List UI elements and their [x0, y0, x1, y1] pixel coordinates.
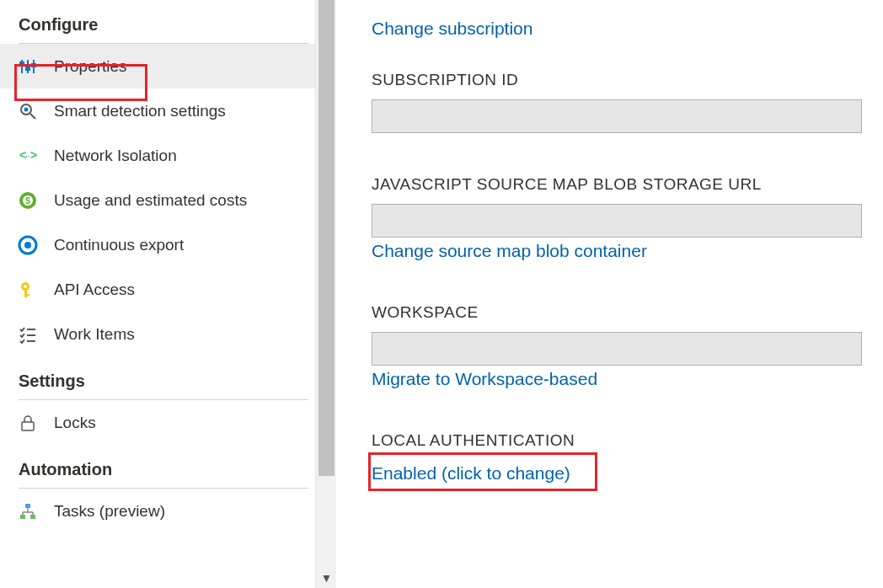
dollar-circle-icon: $: [17, 190, 39, 211]
sidebar-item-api-access[interactable]: API Access: [0, 267, 315, 312]
svg-rect-5: [32, 64, 35, 67]
sidebar-item-locks[interactable]: Locks: [0, 400, 315, 445]
svg-text:>: >: [30, 148, 37, 162]
change-subscription-link[interactable]: Change subscription: [372, 15, 883, 39]
sidebar-item-label: Network Isolation: [54, 147, 177, 165]
field-local-auth: Local Authentication Enabled (click to c…: [372, 431, 883, 484]
sidebar-item-label: Work Items: [54, 325, 135, 344]
main-content: Change subscription Subscription ID Java…: [336, 0, 883, 588]
sidebar-item-label: Smart detection settings: [54, 102, 226, 120]
network-icon: <··>: [17, 145, 39, 167]
sidebar-item-label: Properties: [54, 57, 127, 76]
sidebar-item-smart-detection[interactable]: Smart detection settings: [0, 88, 315, 133]
lock-icon: [17, 412, 39, 434]
scrollbar-thumb[interactable]: [318, 0, 334, 476]
migrate-workspace-link[interactable]: Migrate to Workspace-based: [372, 366, 597, 389]
subscription-id-input[interactable]: [372, 99, 862, 133]
sidebar-item-tasks[interactable]: Tasks (preview): [0, 489, 315, 533]
magnifier-gear-icon: [17, 100, 39, 122]
svg-rect-19: [24, 290, 27, 297]
local-auth-link[interactable]: Enabled (click to change): [372, 460, 570, 484]
sidebar-item-label: Locks: [54, 414, 96, 432]
section-header-settings: Settings: [0, 356, 315, 399]
key-icon: [17, 279, 39, 301]
svg-rect-26: [20, 515, 25, 519]
svg-text:··: ··: [25, 152, 30, 161]
sidebar-item-label: Usage and estimated costs: [54, 191, 247, 210]
export-circle-icon: [17, 234, 39, 256]
svg-point-8: [24, 107, 29, 111]
section-header-automation: Automation: [0, 445, 315, 488]
svg-rect-3: [20, 62, 24, 65]
workspace-label: Workspace: [372, 303, 883, 322]
workspace-input[interactable]: [372, 332, 862, 366]
field-workspace: Workspace Migrate to Workspace-based: [372, 303, 883, 389]
sidebar-item-continuous-export[interactable]: Continuous export: [0, 222, 315, 267]
field-subscription-id: Subscription ID: [372, 71, 883, 133]
sidebar-item-properties[interactable]: Properties: [0, 44, 315, 88]
svg-line-7: [30, 114, 35, 119]
sidebar: Configure Properties Smart detection set…: [0, 0, 336, 588]
change-sourcemap-link[interactable]: Change source map blob container: [372, 238, 647, 261]
js-sourcemap-input[interactable]: [372, 204, 862, 238]
local-auth-label: Local Authentication: [372, 431, 883, 450]
svg-point-16: [24, 242, 31, 249]
sidebar-scrollbar[interactable]: ▼: [315, 0, 336, 588]
sidebar-item-work-items[interactable]: Work Items: [0, 312, 315, 356]
svg-rect-4: [26, 67, 29, 70]
sidebar-inner: Configure Properties Smart detection set…: [0, 0, 315, 533]
sidebar-item-network-isolation[interactable]: <··> Network Isolation: [0, 133, 315, 178]
svg-text:$: $: [25, 196, 30, 206]
js-sourcemap-label: JavaScript Source Map Blob Storage URL: [372, 175, 883, 194]
field-js-sourcemap: JavaScript Source Map Blob Storage URL C…: [372, 175, 883, 261]
svg-point-18: [24, 285, 27, 288]
svg-rect-27: [30, 515, 35, 519]
section-header-configure: Configure: [0, 0, 315, 43]
sliders-icon: [17, 56, 39, 78]
svg-rect-20: [24, 294, 29, 296]
sidebar-item-label: Continuous export: [54, 236, 184, 254]
sidebar-item-label: Tasks (preview): [54, 502, 165, 521]
scrollbar-down-arrow[interactable]: ▼: [316, 568, 336, 588]
checklist-icon: [17, 323, 39, 345]
hierarchy-icon: [17, 500, 39, 522]
sidebar-item-label: API Access: [54, 281, 135, 299]
svg-rect-24: [22, 422, 34, 430]
subscription-id-label: Subscription ID: [372, 71, 883, 89]
svg-rect-25: [25, 504, 30, 508]
sidebar-item-usage-costs[interactable]: $ Usage and estimated costs: [0, 178, 315, 222]
